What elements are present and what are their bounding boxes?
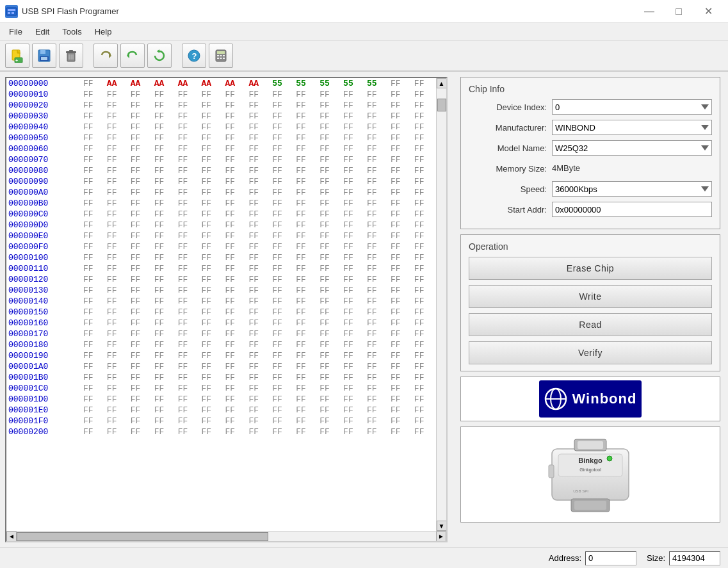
address-input[interactable] bbox=[585, 551, 636, 565]
scroll-left-arrow[interactable]: ◄ bbox=[6, 531, 17, 542]
hex-cell[interactable]: FF bbox=[341, 285, 365, 296]
hex-cell[interactable]: FF bbox=[318, 372, 341, 383]
hex-cell[interactable]: FF bbox=[294, 405, 318, 416]
hex-cell[interactable]: FF bbox=[270, 187, 294, 198]
hex-cell[interactable]: FF bbox=[152, 274, 176, 285]
hex-cell[interactable]: FF bbox=[247, 274, 270, 285]
hex-cell[interactable]: FF bbox=[176, 165, 200, 176]
hex-cell[interactable]: FF bbox=[129, 361, 152, 372]
hex-cell[interactable]: FF bbox=[365, 339, 389, 350]
hex-cell[interactable]: FF bbox=[247, 339, 270, 350]
hex-cell[interactable]: FF bbox=[105, 143, 129, 154]
hex-cell[interactable]: FF bbox=[341, 100, 365, 111]
hex-cell[interactable]: FF bbox=[81, 241, 105, 252]
hex-cell[interactable]: FF bbox=[389, 416, 412, 426]
hex-cell[interactable]: FF bbox=[176, 318, 200, 329]
hex-cell[interactable]: FF bbox=[200, 241, 223, 252]
hex-cell[interactable]: FF bbox=[200, 198, 223, 209]
hex-cell[interactable]: FF bbox=[341, 231, 365, 241]
hex-cell[interactable]: FF bbox=[176, 329, 200, 339]
hex-cell[interactable]: FF bbox=[294, 252, 318, 263]
hex-cell[interactable]: FF bbox=[129, 274, 152, 285]
hex-cell[interactable]: FF bbox=[152, 165, 176, 176]
hex-cell[interactable]: FF bbox=[365, 416, 389, 426]
hex-cell[interactable]: FF bbox=[412, 405, 436, 416]
hex-cell[interactable]: FF bbox=[176, 176, 200, 187]
hex-cell[interactable]: FF bbox=[81, 405, 105, 416]
hex-cell[interactable]: FF bbox=[105, 372, 129, 383]
hex-cell[interactable]: FF bbox=[152, 416, 176, 426]
hex-cell[interactable]: FF bbox=[152, 296, 176, 307]
hex-cell[interactable]: FF bbox=[223, 143, 247, 154]
hex-cell[interactable]: FF bbox=[129, 100, 152, 111]
hex-cell[interactable]: FF bbox=[223, 318, 247, 329]
hex-cell[interactable]: FF bbox=[389, 78, 412, 89]
hex-cell[interactable]: FF bbox=[152, 231, 176, 241]
hex-cell[interactable]: FF bbox=[389, 383, 412, 394]
hex-cell[interactable]: FF bbox=[270, 252, 294, 263]
hex-cell[interactable]: FF bbox=[318, 252, 341, 263]
hex-cell[interactable]: FF bbox=[294, 296, 318, 307]
hex-cell[interactable]: FF bbox=[341, 426, 365, 437]
hex-cell[interactable]: FF bbox=[176, 100, 200, 111]
hex-cell[interactable]: FF bbox=[247, 285, 270, 296]
hex-cell[interactable]: FF bbox=[270, 231, 294, 241]
hex-cell[interactable]: FF bbox=[200, 372, 223, 383]
hex-cell[interactable]: FF bbox=[129, 122, 152, 133]
hex-cell[interactable]: FF bbox=[412, 307, 436, 318]
hex-cell[interactable]: FF bbox=[223, 296, 247, 307]
hex-cell[interactable]: FF bbox=[247, 111, 270, 122]
hex-cell[interactable]: FF bbox=[365, 209, 389, 220]
hex-cell[interactable]: FF bbox=[81, 187, 105, 198]
hex-cell[interactable]: FF bbox=[247, 133, 270, 143]
hex-cell[interactable]: FF bbox=[294, 198, 318, 209]
hex-cell[interactable]: FF bbox=[318, 285, 341, 296]
hex-cell[interactable]: 55 bbox=[365, 78, 389, 89]
hex-cell[interactable]: FF bbox=[200, 285, 223, 296]
hex-cell[interactable]: FF bbox=[81, 133, 105, 143]
hex-cell[interactable]: FF bbox=[389, 154, 412, 165]
hex-cell[interactable]: FF bbox=[129, 426, 152, 437]
hex-cell[interactable]: FF bbox=[200, 274, 223, 285]
hex-cell[interactable]: FF bbox=[341, 263, 365, 274]
hex-cell[interactable]: FF bbox=[200, 329, 223, 339]
hex-cell[interactable]: FF bbox=[318, 198, 341, 209]
hex-cell[interactable]: FF bbox=[223, 198, 247, 209]
hex-cell[interactable]: FF bbox=[152, 350, 176, 361]
hex-cell[interactable]: FF bbox=[81, 329, 105, 339]
hex-cell[interactable]: FF bbox=[365, 405, 389, 416]
hex-cell[interactable]: FF bbox=[105, 361, 129, 372]
hex-cell[interactable]: FF bbox=[105, 133, 129, 143]
hex-cell[interactable]: FF bbox=[341, 296, 365, 307]
hex-cell[interactable]: FF bbox=[341, 154, 365, 165]
refresh-button[interactable] bbox=[147, 44, 172, 68]
hex-cell[interactable]: FF bbox=[318, 209, 341, 220]
hex-cell[interactable]: FF bbox=[294, 176, 318, 187]
hex-cell[interactable]: FF bbox=[105, 241, 129, 252]
hex-cell[interactable]: FF bbox=[341, 416, 365, 426]
hex-cell[interactable]: FF bbox=[176, 339, 200, 350]
hex-cell[interactable]: FF bbox=[318, 329, 341, 339]
hex-cell[interactable]: FF bbox=[152, 361, 176, 372]
hex-cell[interactable]: FF bbox=[176, 122, 200, 133]
hex-cell[interactable]: FF bbox=[176, 209, 200, 220]
hex-cell[interactable]: FF bbox=[389, 133, 412, 143]
hex-cell[interactable]: FF bbox=[412, 361, 436, 372]
hex-cell[interactable]: FF bbox=[81, 143, 105, 154]
hex-cell[interactable]: FF bbox=[81, 231, 105, 241]
hex-cell[interactable]: FF bbox=[81, 263, 105, 274]
hex-cell[interactable]: FF bbox=[294, 307, 318, 318]
hex-cell[interactable]: FF bbox=[105, 307, 129, 318]
hex-cell[interactable]: FF bbox=[81, 198, 105, 209]
hex-cell[interactable]: FF bbox=[129, 394, 152, 405]
hex-cell[interactable]: FF bbox=[389, 405, 412, 416]
hex-cell[interactable]: FF bbox=[365, 89, 389, 100]
hex-cell[interactable]: FF bbox=[129, 285, 152, 296]
hex-cell[interactable]: FF bbox=[129, 154, 152, 165]
hex-cell[interactable]: FF bbox=[294, 426, 318, 437]
hex-cell[interactable]: FF bbox=[200, 165, 223, 176]
hex-cell[interactable]: FF bbox=[176, 263, 200, 274]
hex-cell[interactable]: FF bbox=[223, 426, 247, 437]
hex-cell[interactable]: FF bbox=[223, 220, 247, 231]
hex-cell[interactable]: FF bbox=[105, 111, 129, 122]
